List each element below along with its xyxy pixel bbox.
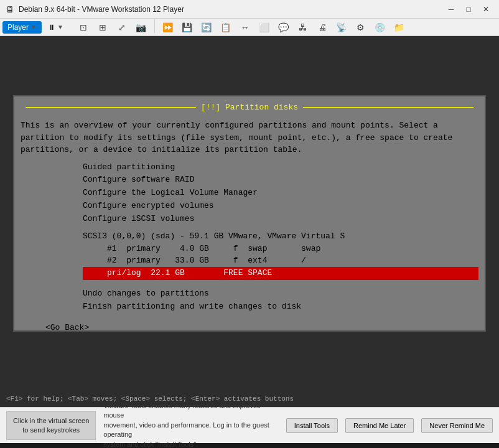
toolbar-btn-settings[interactable]: ⚙ bbox=[352, 19, 370, 35]
toolbar-btn-usb[interactable]: 📡 bbox=[333, 19, 350, 35]
action-finish[interactable]: Finish partitioning and write changes to… bbox=[83, 301, 478, 314]
vm-viewport[interactable]: [!!] Partition disks This is an overview… bbox=[0, 36, 499, 391]
partition-1: #1 primary 4.0 GB f swap swap bbox=[83, 243, 478, 255]
toolbar-btn-forward[interactable]: ⏩ bbox=[159, 19, 177, 35]
title-bar: 🖥 Debian 9.x 64-bit - VMware Workstation… bbox=[0, 0, 499, 19]
menu-bar: Player ▼ ⏸ ▼ ⊡ ⊞ ⤢ 📷 ⏩ 💾 🔄 📋 ↔ ⬜ 💬 🖧 🖨 📡… bbox=[0, 19, 499, 36]
title-controls[interactable]: ─ □ ✕ bbox=[443, 3, 494, 16]
window-title: Debian 9.x 64-bit - VMware Workstation 1… bbox=[19, 5, 184, 14]
pause-dropdown-icon: ▼ bbox=[57, 24, 63, 30]
notification-bar: Click in the virtual screento send keyst… bbox=[0, 407, 499, 443]
toolbar-btn-msg[interactable]: 💬 bbox=[275, 19, 292, 35]
toolbar-btn-save[interactable]: 💾 bbox=[179, 19, 196, 35]
terminal-screen[interactable]: [!!] Partition disks This is an overview… bbox=[13, 95, 486, 332]
title-left: 🖥 Debian 9.x 64-bit - VMware Workstation… bbox=[5, 4, 184, 14]
toolbar-btn-snap[interactable]: 📷 bbox=[133, 19, 150, 35]
player-label: Player bbox=[7, 23, 29, 32]
partition-menu[interactable]: Guided partitioning Configure software R… bbox=[83, 161, 478, 226]
player-dropdown-icon: ▼ bbox=[30, 24, 37, 30]
maximize-button[interactable]: □ bbox=[460, 3, 477, 16]
menu-item-encrypted[interactable]: Configure encrypted volumes bbox=[83, 200, 478, 213]
notification-message: VMware Tools enables many features and i… bbox=[103, 401, 278, 448]
click-notice: Click in the virtual screento send keyst… bbox=[6, 411, 96, 440]
pause-icon: ⏸ bbox=[48, 23, 55, 32]
toolbar-btn-unity[interactable]: ⊞ bbox=[94, 19, 111, 35]
toolbar-btn-print[interactable]: 🖨 bbox=[314, 19, 331, 35]
disk-header: SCSI3 (0,0,0) (sda) - 59.1 GB VMware, VM… bbox=[83, 230, 478, 243]
player-menu[interactable]: Player ▼ bbox=[2, 21, 42, 34]
pause-btn[interactable]: ⏸ ▼ bbox=[43, 21, 68, 34]
minimize-button[interactable]: ─ bbox=[443, 3, 459, 16]
go-back-label: <Go Back> bbox=[45, 323, 89, 332]
terminal-description: This is an overview of your currently co… bbox=[21, 119, 478, 156]
menu-item-iscsi[interactable]: Configure iSCSI volumes bbox=[83, 213, 478, 226]
action-items[interactable]: Undo changes to partitions Finish partit… bbox=[83, 287, 478, 314]
partition-2: #2 primary 33.0 GB f ext4 / bbox=[83, 254, 478, 267]
install-tools-button[interactable]: Install Tools bbox=[286, 418, 338, 433]
go-back-btn[interactable]: <Go Back> bbox=[45, 323, 478, 332]
toolbar-btn-view[interactable]: ⬜ bbox=[256, 19, 273, 35]
close-button[interactable]: ✕ bbox=[478, 3, 494, 16]
partition-freespace[interactable]: pri/log 22.1 GB FREE SPACE bbox=[83, 267, 478, 280]
click-notice-text: Click in the virtual screento send keyst… bbox=[13, 416, 89, 434]
toolbar-btn-net[interactable]: 🖧 bbox=[294, 19, 312, 35]
terminal-title-text: [!!] Partition disks bbox=[201, 103, 298, 112]
never-remind-button[interactable]: Never Remind Me bbox=[421, 418, 493, 433]
terminal-title: [!!] Partition disks bbox=[21, 103, 478, 112]
notification-text-content: VMware Tools enables many features and i… bbox=[103, 402, 269, 448]
disk-info: SCSI3 (0,0,0) (sda) - 59.1 GB VMware, VM… bbox=[83, 230, 478, 279]
toolbar-btn-cd[interactable]: 💿 bbox=[371, 19, 389, 35]
menu-item-guided[interactable]: Guided partitioning bbox=[83, 161, 478, 174]
menu-item-lvm[interactable]: Configure the Logical Volume Manager bbox=[83, 187, 478, 200]
toolbar-btn-fullscreen[interactable]: ⤢ bbox=[113, 19, 131, 35]
remind-later-button[interactable]: Remind Me Later bbox=[345, 418, 414, 433]
toolbar-btn-send[interactable]: ⊡ bbox=[75, 19, 92, 35]
toolbar-btn-clone[interactable]: 📋 bbox=[217, 19, 235, 35]
app-icon: 🖥 bbox=[5, 4, 15, 14]
toolbar-btn-resize[interactable]: ↔ bbox=[236, 19, 254, 35]
toolbar-btn-folder[interactable]: 📁 bbox=[391, 19, 408, 35]
toolbar-btn-replay[interactable]: 🔄 bbox=[198, 19, 215, 35]
action-undo[interactable]: Undo changes to partitions bbox=[83, 287, 478, 301]
menu-item-raid[interactable]: Configure software RAID bbox=[83, 174, 478, 187]
